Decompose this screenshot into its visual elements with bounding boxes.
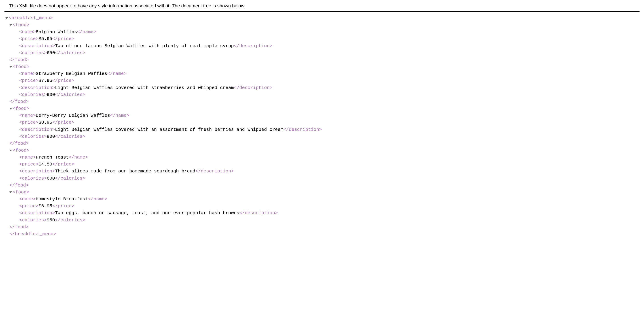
- food-name: Belgian Waffles: [36, 29, 77, 34]
- food-price: $6.95: [38, 204, 52, 209]
- xml-element-price: <price>$5.95</price>: [19, 35, 639, 42]
- food-node: <food><name>French Toast</name><price>$4…: [10, 147, 639, 189]
- food-calories: 950: [47, 218, 55, 223]
- food-node: <food><name>Belgian Waffles</name><price…: [10, 22, 639, 63]
- banner-text: This XML file does not appear to have an…: [9, 3, 246, 8]
- food-description: Light Belgian waffles covered with an as…: [55, 127, 283, 132]
- xml-element-price: <price>$4.50</price>: [19, 161, 639, 168]
- expand-toggle-icon[interactable]: [10, 66, 12, 68]
- food-name: Berry-Berry Belgian Waffles: [36, 113, 110, 118]
- xml-element-name: <name>Belgian Waffles</name>: [19, 28, 639, 35]
- xml-element-description: <description>Two of our famous Belgian W…: [19, 42, 639, 50]
- xml-element-calories: <calories>900</calories>: [19, 91, 639, 98]
- xml-element-description: <description>Thick slices made from our …: [19, 168, 639, 175]
- xml-element-price: <price>$6.95</price>: [19, 202, 639, 210]
- xml-element-description: <description>Two eggs, bacon or sausage,…: [19, 210, 639, 216]
- food-name: Strawberry Belgian Waffles: [36, 71, 107, 76]
- food-price: $8.95: [38, 120, 52, 125]
- xml-element-name: <name>Homestyle Breakfast</name>: [19, 196, 639, 202]
- expand-toggle-icon[interactable]: [10, 192, 12, 193]
- food-node: <food><name>Berry-Berry Belgian Waffles<…: [10, 105, 639, 147]
- food-description: Thick slices made from our homemade sour…: [55, 168, 195, 174]
- food-calories: 900: [47, 134, 55, 139]
- xml-element-description: <description>Light Belgian waffles cover…: [19, 84, 639, 91]
- xml-element-price: <price>$7.95</price>: [19, 77, 639, 84]
- xml-no-style-banner: This XML file does not appear to have an…: [4, 0, 640, 12]
- food-description: Two eggs, bacon or sausage, toast, and o…: [55, 210, 239, 216]
- food-price: $4.50: [38, 162, 52, 167]
- food-name: Homestyle Breakfast: [36, 196, 88, 202]
- xml-element-calories: <calories>950</calories>: [19, 217, 639, 224]
- xml-element-calories: <calories>900</calories>: [19, 133, 639, 140]
- food-price: $5.95: [38, 36, 52, 41]
- food-description: Two of our famous Belgian Waffles with p…: [55, 44, 234, 48]
- expand-toggle-icon[interactable]: [10, 24, 12, 26]
- food-node: <food><name>Homestyle Breakfast</name><p…: [10, 189, 639, 230]
- expand-toggle-icon[interactable]: [5, 17, 8, 19]
- food-price: $7.95: [38, 78, 52, 83]
- expand-toggle-icon[interactable]: [10, 108, 12, 110]
- xml-element-calories: <calories>600</calories>: [19, 175, 639, 182]
- xml-element-name: <name>French Toast</name>: [19, 154, 639, 161]
- xml-element-name: <name>Berry-Berry Belgian Waffles</name>: [19, 112, 639, 119]
- food-calories: 650: [47, 50, 55, 56]
- xml-element-name: <name>Strawberry Belgian Waffles</name>: [19, 70, 639, 77]
- xml-tree: <breakfast_menu><food><name>Belgian Waff…: [0, 12, 644, 240]
- xml-element-description: <description>Light Belgian waffles cover…: [19, 126, 639, 133]
- food-description: Light Belgian waffles covered with straw…: [55, 85, 234, 90]
- food-calories: 600: [47, 176, 55, 181]
- food-node: <food><name>Strawberry Belgian Waffles</…: [10, 63, 639, 105]
- food-name: French Toast: [36, 155, 69, 160]
- expand-toggle-icon[interactable]: [10, 150, 12, 152]
- xml-element-calories: <calories>650</calories>: [19, 50, 639, 56]
- food-calories: 900: [47, 92, 55, 97]
- xml-element-price: <price>$8.95</price>: [19, 119, 639, 126]
